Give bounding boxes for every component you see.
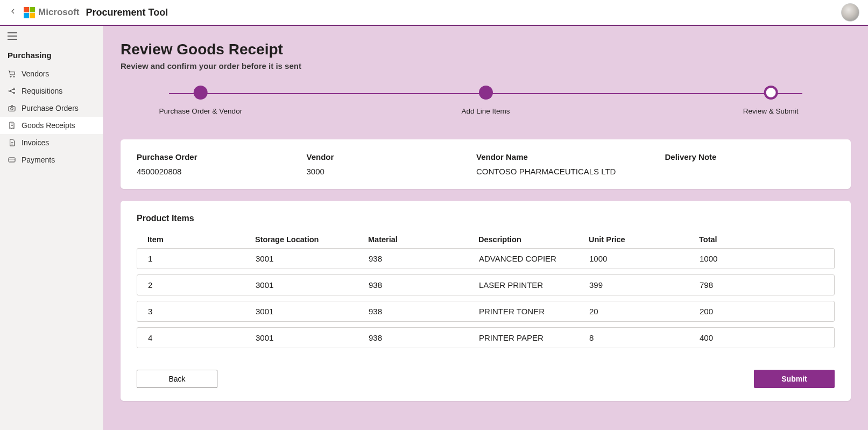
svg-line-8 (10, 89, 13, 91)
cell-description: PRINTER TONER (479, 307, 589, 316)
step-dot-icon (479, 86, 493, 100)
summary-vendor-name-value: CONTOSO PHARMACEUTICALS LTD (476, 167, 665, 176)
summary-vendor-label: Vendor (306, 152, 476, 161)
brand-text: Microsoft (38, 7, 80, 18)
step-add-line-items: Add Line Items (461, 86, 510, 115)
table-row: 43001938PRINTER PAPER8400 (137, 327, 835, 348)
page-title: Review Goods Receipt (121, 41, 851, 58)
col-description: Description (478, 235, 589, 244)
receipt-icon (8, 121, 16, 130)
sidebar-item-label: Purchase Orders (22, 104, 79, 112)
cell-unit-price: 1000 (589, 254, 700, 263)
svg-point-5 (9, 90, 10, 91)
svg-point-11 (11, 108, 13, 110)
back-button[interactable]: Back (137, 370, 217, 388)
app-title: Procurement Tool (86, 7, 168, 18)
cell-material: 938 (369, 254, 479, 263)
cell-total: 798 (700, 280, 823, 290)
back-chevron-icon[interactable] (9, 7, 19, 18)
svg-point-3 (10, 76, 11, 77)
cell-total: 200 (700, 307, 823, 316)
summary-po-value: 4500020808 (137, 167, 306, 176)
products-title: Product Items (137, 214, 835, 223)
cell-item: 3 (148, 307, 256, 316)
cell-storage: 3001 (256, 333, 369, 342)
sidebar-item-payments[interactable]: Payments (0, 151, 103, 168)
cell-material: 938 (369, 307, 479, 316)
svg-line-9 (10, 91, 13, 93)
microsoft-logo-icon (24, 7, 35, 18)
col-unit-price: Unit Price (589, 235, 699, 244)
cell-item: 4 (148, 333, 256, 342)
svg-point-7 (13, 92, 15, 94)
avatar[interactable] (841, 3, 859, 22)
camera-icon (8, 104, 16, 112)
sidebar: Purchasing Vendors Requisitions Purchase… (0, 26, 103, 430)
summary-delivery-note-label: Delivery Note (665, 152, 835, 161)
page-subtitle: Review and confirm your order before it … (121, 61, 851, 71)
cell-total: 400 (700, 333, 823, 342)
summary-vendor-name-label: Vendor Name (476, 152, 665, 161)
cell-item: 1 (148, 254, 256, 263)
cell-material: 938 (369, 280, 479, 290)
step-dot-icon (194, 86, 208, 100)
table-row: 33001938PRINTER TONER20200 (137, 301, 835, 322)
cell-storage: 3001 (256, 280, 369, 290)
sidebar-item-requisitions[interactable]: Requisitions (0, 82, 103, 100)
hamburger-icon[interactable] (0, 26, 103, 48)
sidebar-item-label: Requisitions (22, 87, 62, 95)
card-icon (8, 156, 16, 164)
col-total: Total (699, 235, 824, 244)
svg-rect-16 (9, 158, 15, 162)
sidebar-section-title: Purchasing (0, 48, 103, 65)
col-item: Item (147, 235, 255, 244)
col-storage: Storage Location (255, 235, 368, 244)
cell-unit-price: 20 (589, 307, 700, 316)
cell-storage: 3001 (256, 307, 369, 316)
cell-total: 1000 (700, 254, 823, 263)
summary-po-label: Purchase Order (137, 152, 306, 161)
table-row: 23001938LASER PRINTER399798 (137, 274, 835, 295)
step-dot-icon (764, 86, 778, 100)
svg-point-6 (13, 88, 15, 89)
step-purchase-order: Purchase Order & Vendor (159, 86, 243, 115)
submit-button[interactable]: Submit (754, 370, 835, 388)
col-material: Material (368, 235, 478, 244)
table-header: Item Storage Location Material Descripti… (137, 231, 835, 248)
sidebar-item-goods-receipts[interactable]: Goods Receipts (0, 117, 103, 134)
cell-description: ADVANCED COPIER (479, 254, 589, 263)
products-card: Product Items Item Storage Location Mate… (121, 201, 851, 401)
cell-unit-price: 399 (589, 280, 700, 290)
sidebar-item-label: Payments (22, 156, 55, 164)
step-label: Add Line Items (461, 107, 510, 115)
sidebar-item-invoices[interactable]: Invoices (0, 134, 103, 151)
top-bar: Microsoft Procurement Tool (0, 0, 868, 26)
cell-description: PRINTER PAPER (479, 333, 589, 342)
cell-unit-price: 8 (589, 333, 700, 342)
cell-material: 938 (369, 333, 479, 342)
cell-item: 2 (148, 280, 256, 290)
doc-icon (8, 138, 16, 147)
sidebar-item-purchase-orders[interactable]: Purchase Orders (0, 100, 103, 117)
sidebar-item-vendors[interactable]: Vendors (0, 65, 103, 82)
sidebar-item-label: Goods Receipts (22, 121, 75, 130)
cell-description: LASER PRINTER (479, 280, 589, 290)
step-review-submit: Review & Submit (743, 86, 799, 115)
sidebar-item-label: Vendors (22, 69, 49, 78)
summary-card: Purchase Order 4500020808 Vendor 3000 Ve… (121, 139, 851, 189)
step-label: Purchase Order & Vendor (159, 107, 243, 115)
step-label: Review & Submit (743, 107, 799, 115)
table-row: 13001938ADVANCED COPIER10001000 (137, 248, 835, 269)
main-content: Review Goods Receipt Review and confirm … (103, 26, 868, 430)
cart-icon (8, 69, 16, 78)
sidebar-item-label: Invoices (22, 138, 49, 147)
share-icon (8, 87, 16, 95)
summary-vendor-value: 3000 (306, 167, 476, 176)
svg-rect-10 (9, 107, 15, 111)
cell-storage: 3001 (256, 254, 369, 263)
svg-point-4 (13, 76, 15, 77)
stepper: Purchase Order & Vendor Add Line Items R… (169, 86, 802, 123)
